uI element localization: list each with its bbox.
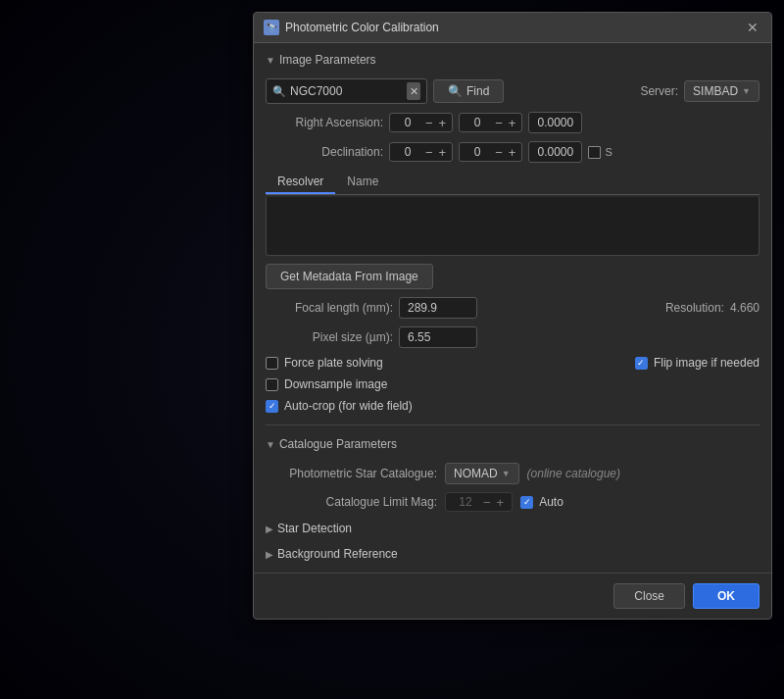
auto-label: Auto [539,495,564,509]
find-button[interactable]: 🔍 Find [433,79,504,103]
dec2-increment[interactable]: + [507,146,518,159]
limit-field [452,495,479,509]
ra-row: Right Ascension: − + − + 0.0000 [266,112,760,133]
resolution-info: Resolution: 4.660 [665,301,760,315]
ra-static-value: 0.0000 [528,112,582,133]
dec-field-1[interactable] [394,145,421,159]
catalogue-dropdown-arrow-icon: ▼ [502,469,511,478]
image-params-arrow: ▼ [266,55,275,66]
resolver-tabs: Resolver Name [266,171,760,195]
s-label: S [605,146,612,158]
pixel-row: Pixel size (µm): [266,326,760,348]
search-input[interactable] [290,84,403,98]
pixel-input[interactable] [399,326,477,348]
flip-image-label: Flip image if needed [654,356,760,370]
auto-row: ✓ Auto [520,495,564,509]
resolution-value: 4.660 [730,301,760,315]
server-label: Server: [640,84,678,98]
online-badge: (online catalogue) [527,467,620,480]
downsample-checkbox[interactable] [266,378,278,391]
star-detection-arrow-icon: ▶ [266,524,273,534]
catalogue-header: ▼ Catalogue Parameters [266,437,760,451]
dec-field-2[interactable] [464,145,491,159]
limit-increment: + [495,496,507,509]
force-plate-checkbox[interactable] [266,357,278,370]
name-tab[interactable]: Name [335,171,390,194]
resolver-container: Resolver Name [266,171,760,256]
s-checkbox[interactable] [588,146,601,159]
ra-field-2[interactable] [464,116,491,129]
dec-input-2[interactable]: − + [459,142,522,162]
star-detection-label: Star Detection [277,522,352,535]
focal-row: Focal length (mm): Resolution: 4.660 [266,297,760,319]
ra1-increment[interactable]: + [437,117,449,129]
dropdown-arrow-icon: ▼ [742,86,751,96]
dialog-body: ▼ Image Parameters 🔍 ✕ 🔍 Find Server: SI… [254,43,771,573]
dec-row: Declination: − + − + 0.0000 S [266,141,760,163]
find-icon: 🔍 [448,84,463,98]
title-bar: 🔭 Photometric Color Calibration ✕ [254,13,771,43]
ra-input-1[interactable]: − + [389,113,453,132]
search-icon: 🔍 [272,85,286,98]
ra2-increment[interactable]: + [507,117,518,129]
image-params-title: Image Parameters [279,53,376,67]
ra1-decrement[interactable]: − [423,117,435,129]
limit-decrement: − [481,496,493,509]
resolver-tab[interactable]: Resolver [266,171,335,194]
dec-static-value: 0.0000 [528,141,582,163]
resolver-content [266,197,760,256]
flip-image-row: ✓ Flip image if needed [635,356,760,370]
main-dialog: 🔭 Photometric Color Calibration ✕ ▼ Imag… [253,12,772,620]
dec2-decrement[interactable]: − [493,146,505,159]
ok-button[interactable]: OK [693,583,760,609]
dialog-icon: 🔭 [264,20,279,35]
catalogue-arrow: ▼ [266,439,275,450]
get-metadata-button[interactable]: Get Metadata From Image [266,264,433,289]
ra-field-1[interactable] [394,116,421,129]
auto-checkbox[interactable]: ✓ [520,496,533,509]
ra2-decrement[interactable]: − [493,117,505,129]
dec1-decrement[interactable]: − [423,146,435,159]
force-plate-label: Force plate solving [284,356,383,370]
window-close-button[interactable]: ✕ [744,19,761,36]
cat-star-row: Photometric Star Catalogue: NOMAD ▼ (onl… [266,463,760,484]
force-plate-row: Force plate solving [266,356,383,370]
dec-input-1[interactable]: − + [389,142,453,162]
get-meta-row: Get Metadata From Image [266,264,760,289]
server-dropdown[interactable]: SIMBAD ▼ [684,80,760,102]
clear-search-button[interactable]: ✕ [407,82,420,100]
ra-label: Right Ascension: [266,116,383,129]
pixel-label: Pixel size (µm): [266,330,393,344]
downsample-label: Downsample image [284,377,387,391]
focal-input[interactable] [399,297,477,319]
cat-star-label: Photometric Star Catalogue: [266,467,437,480]
background-reference-section[interactable]: ▶ Background Reference [266,545,760,563]
dec1-increment[interactable]: + [437,146,449,159]
star-detection-section[interactable]: ▶ Star Detection [266,520,760,537]
dialog-title: Photometric Color Calibration [285,21,439,34]
ra-input-2[interactable]: − + [459,113,522,132]
resolution-label: Resolution: [665,301,724,315]
bottom-bar: Close OK [254,573,771,619]
autocrop-checkbox[interactable]: ✓ [266,400,278,413]
flip-image-checkbox[interactable]: ✓ [635,357,648,370]
background-ref-label: Background Reference [277,547,398,561]
downsample-row: Downsample image [266,377,760,391]
catalogue-title: Catalogue Parameters [279,437,397,451]
divider-1 [266,424,760,425]
limit-input: − + [445,492,513,512]
autocrop-row: ✓ Auto-crop (for wide field) [266,399,760,413]
limit-label: Catalogue Limit Mag: [266,495,437,509]
dec-label: Declination: [266,145,383,159]
options-row-1: Force plate solving ✓ Flip image if need… [266,356,760,370]
s-checkbox-wrap[interactable]: S [588,146,612,159]
focal-label: Focal length (mm): [266,301,393,315]
catalogue-dropdown[interactable]: NOMAD ▼ [445,463,519,484]
autocrop-label: Auto-crop (for wide field) [284,399,413,413]
limit-row: Catalogue Limit Mag: − + ✓ Auto [266,492,760,512]
close-button[interactable]: Close [613,583,685,609]
image-params-header: ▼ Image Parameters [266,53,760,67]
server-row: Server: SIMBAD ▼ [640,80,760,102]
search-box[interactable]: 🔍 ✕ [266,78,427,104]
search-row: 🔍 ✕ 🔍 Find Server: SIMBAD ▼ [266,78,760,104]
